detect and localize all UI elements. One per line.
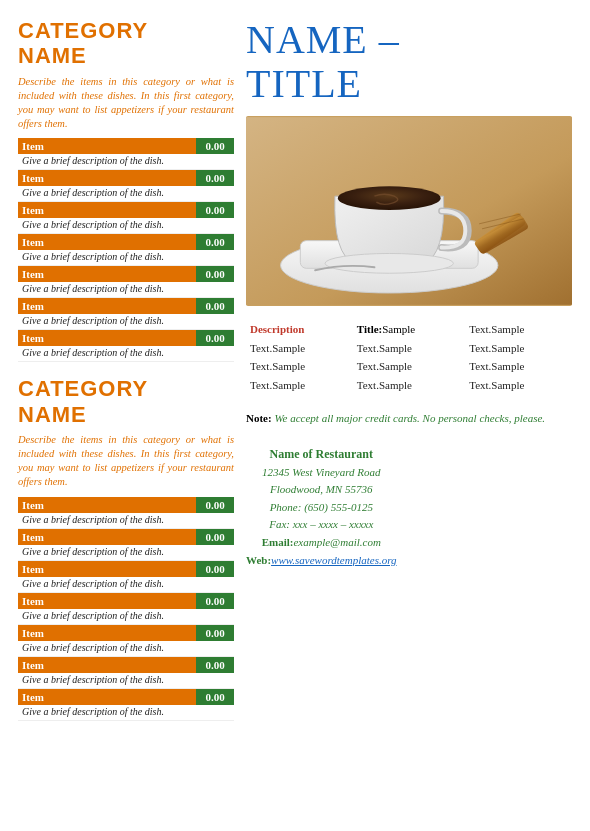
- item-description: Give a brief description of the dish.: [18, 641, 234, 657]
- item-name: Item: [18, 330, 196, 347]
- item-name: Item: [18, 528, 196, 545]
- food-image: [246, 116, 572, 306]
- table-row: Item0.00: [18, 298, 234, 315]
- table-row: Text.SampleText.SampleText.Sample: [246, 357, 572, 376]
- table-row: Give a brief description of the dish.: [18, 705, 234, 721]
- table-row: Item0.00: [18, 497, 234, 513]
- table-row: Give a brief description of the dish.: [18, 218, 234, 234]
- item-description: Give a brief description of the dish.: [18, 250, 234, 266]
- table-row: Give a brief description of the dish.: [18, 186, 234, 202]
- info-cell: Text.Sample: [465, 339, 572, 358]
- item-description: Give a brief description of the dish.: [18, 346, 234, 362]
- item-price: 0.00: [196, 528, 234, 545]
- info-cell: Text.Sample: [246, 357, 353, 376]
- item-name: Item: [18, 234, 196, 251]
- table-row: Give a brief description of the dish.: [18, 314, 234, 330]
- left-column: CATEGORY NAME Describe the items in this…: [18, 18, 246, 731]
- item-description: Give a brief description of the dish.: [18, 282, 234, 298]
- item-name: Item: [18, 560, 196, 577]
- item-description: Give a brief description of the dish.: [18, 545, 234, 561]
- item-description: Give a brief description of the dish.: [18, 705, 234, 721]
- table-row: Give a brief description of the dish.: [18, 577, 234, 593]
- info-cell: Text.Sample: [353, 357, 465, 376]
- item-price: 0.00: [196, 688, 234, 705]
- item-description: Give a brief description of the dish.: [18, 673, 234, 689]
- svg-point-4: [325, 253, 453, 273]
- item-price: 0.00: [196, 234, 234, 251]
- info-cell: Text.Sample: [353, 376, 465, 395]
- info-cell: Text.Sample: [465, 376, 572, 395]
- restaurant-fax: Fax: xxx – xxxx – xxxxx: [246, 516, 397, 534]
- col-description-header: Description: [246, 320, 353, 339]
- right-column: NAME – TITLE: [246, 18, 572, 731]
- item-price: 0.00: [196, 497, 234, 513]
- table-row: Give a brief description of the dish.: [18, 282, 234, 298]
- table-row: Give a brief description of the dish.: [18, 545, 234, 561]
- item-price: 0.00: [196, 656, 234, 673]
- table-row: Item0.00: [18, 656, 234, 673]
- category1-description: Describe the items in this category or w…: [18, 75, 234, 132]
- restaurant-phone: Phone: (650) 555-0125: [246, 499, 397, 517]
- item-name: Item: [18, 202, 196, 219]
- item-price: 0.00: [196, 138, 234, 154]
- info-cell: Text.Sample: [353, 339, 465, 358]
- info-cell: Text.Sample: [246, 376, 353, 395]
- item-price: 0.00: [196, 592, 234, 609]
- item-name: Item: [18, 138, 196, 154]
- restaurant-city: Floodwood, MN 55736: [246, 481, 397, 499]
- table-row: Description Title:Sample Text.Sample: [246, 320, 572, 339]
- table-row: Item0.00: [18, 528, 234, 545]
- svg-point-3: [338, 186, 441, 210]
- info-section: Description Title:Sample Text.Sample Tex…: [246, 320, 572, 394]
- table-row: Give a brief description of the dish.: [18, 673, 234, 689]
- table-row: Text.SampleText.SampleText.Sample: [246, 339, 572, 358]
- col-title-header: Title:Sample: [353, 320, 465, 339]
- item-price: 0.00: [196, 330, 234, 347]
- category1-name: CATEGORY NAME: [18, 18, 234, 69]
- category2-items: Item0.00Give a brief description of the …: [18, 497, 234, 721]
- table-row: Item0.00: [18, 624, 234, 641]
- table-row: Give a brief description of the dish.: [18, 154, 234, 170]
- item-price: 0.00: [196, 266, 234, 283]
- table-row: Text.SampleText.SampleText.Sample: [246, 376, 572, 395]
- item-description: Give a brief description of the dish.: [18, 314, 234, 330]
- restaurant-email: Email:example@mail.com: [246, 534, 397, 552]
- item-price: 0.00: [196, 298, 234, 315]
- item-price: 0.00: [196, 560, 234, 577]
- table-row: Give a brief description of the dish.: [18, 609, 234, 625]
- info-cell: Text.Sample: [246, 339, 353, 358]
- item-price: 0.00: [196, 170, 234, 187]
- item-price: 0.00: [196, 202, 234, 219]
- item-description: Give a brief description of the dish.: [18, 577, 234, 593]
- item-description: Give a brief description of the dish.: [18, 218, 234, 234]
- item-name: Item: [18, 688, 196, 705]
- restaurant-title: NAME – TITLE: [246, 18, 400, 106]
- table-row: Item0.00: [18, 234, 234, 251]
- item-name: Item: [18, 656, 196, 673]
- item-description: Give a brief description of the dish.: [18, 186, 234, 202]
- note-label: Note:: [246, 412, 272, 424]
- category2-name: CATEGORY NAME: [18, 376, 234, 427]
- category2-description: Describe the items in this category or w…: [18, 433, 234, 490]
- table-row: Give a brief description of the dish.: [18, 513, 234, 529]
- note-text: We accept all major credit cards. No per…: [274, 412, 545, 424]
- item-price: 0.00: [196, 624, 234, 641]
- table-row: Item0.00: [18, 330, 234, 347]
- item-name: Item: [18, 592, 196, 609]
- table-row: Item0.00: [18, 592, 234, 609]
- item-name: Item: [18, 298, 196, 315]
- table-row: Item0.00: [18, 560, 234, 577]
- table-row: Give a brief description of the dish.: [18, 641, 234, 657]
- item-description: Give a brief description of the dish.: [18, 609, 234, 625]
- info-cell: Text.Sample: [465, 357, 572, 376]
- restaurant-address: 12345 West Vineyard Road: [246, 464, 397, 482]
- note-section: Note: We accept all major credit cards. …: [246, 410, 545, 427]
- restaurant-name: Name of Restaurant: [246, 445, 397, 464]
- web-value: www.savewordtemplates.org: [271, 554, 396, 566]
- table-row: Item0.00: [18, 202, 234, 219]
- restaurant-footer: Name of Restaurant 12345 West Vineyard R…: [246, 445, 397, 570]
- restaurant-web: Web:www.savewordtemplates.org: [246, 552, 397, 570]
- email-value: example@mail.com: [293, 536, 380, 548]
- item-name: Item: [18, 266, 196, 283]
- item-description: Give a brief description of the dish.: [18, 154, 234, 170]
